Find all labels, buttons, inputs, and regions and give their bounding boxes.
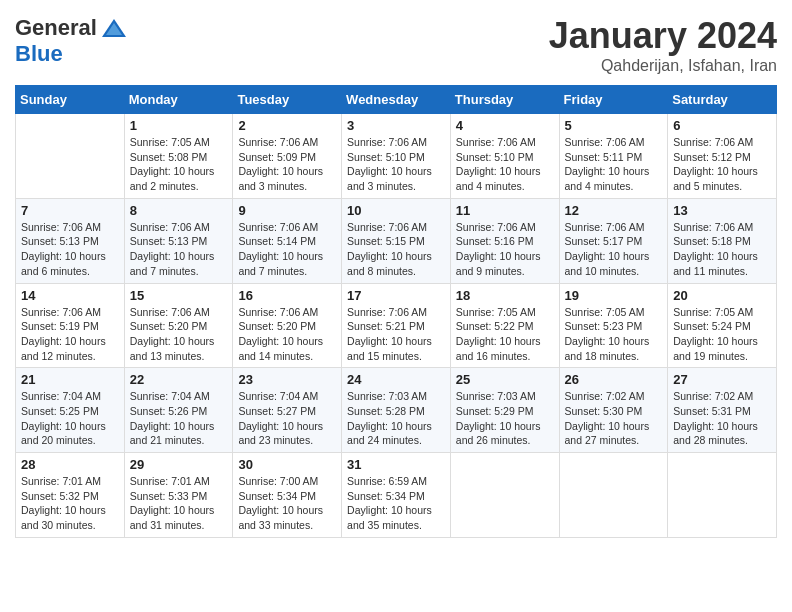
header-saturday: Saturday [668,86,777,114]
day-info: Sunrise: 7:06 AM Sunset: 5:20 PM Dayligh… [130,305,228,364]
calendar-cell: 8Sunrise: 7:06 AM Sunset: 5:13 PM Daylig… [124,198,233,283]
header-monday: Monday [124,86,233,114]
calendar-cell: 9Sunrise: 7:06 AM Sunset: 5:14 PM Daylig… [233,198,342,283]
day-number: 21 [21,372,119,387]
day-info: Sunrise: 7:02 AM Sunset: 5:31 PM Dayligh… [673,389,771,448]
calendar-cell: 28Sunrise: 7:01 AM Sunset: 5:32 PM Dayli… [16,453,125,538]
calendar-cell: 5Sunrise: 7:06 AM Sunset: 5:11 PM Daylig… [559,114,668,199]
title-block: January 2024 Qahderijan, Isfahan, Iran [549,15,777,75]
day-info: Sunrise: 7:04 AM Sunset: 5:26 PM Dayligh… [130,389,228,448]
calendar-cell [16,114,125,199]
calendar-week-row: 21Sunrise: 7:04 AM Sunset: 5:25 PM Dayli… [16,368,777,453]
day-info: Sunrise: 7:04 AM Sunset: 5:27 PM Dayligh… [238,389,336,448]
day-info: Sunrise: 7:03 AM Sunset: 5:29 PM Dayligh… [456,389,554,448]
calendar-cell: 6Sunrise: 7:06 AM Sunset: 5:12 PM Daylig… [668,114,777,199]
day-number: 8 [130,203,228,218]
calendar-cell: 26Sunrise: 7:02 AM Sunset: 5:30 PM Dayli… [559,368,668,453]
header-thursday: Thursday [450,86,559,114]
day-number: 12 [565,203,663,218]
day-number: 16 [238,288,336,303]
day-info: Sunrise: 6:59 AM Sunset: 5:34 PM Dayligh… [347,474,445,533]
calendar-cell: 18Sunrise: 7:05 AM Sunset: 5:22 PM Dayli… [450,283,559,368]
calendar-cell: 29Sunrise: 7:01 AM Sunset: 5:33 PM Dayli… [124,453,233,538]
day-number: 11 [456,203,554,218]
calendar-cell: 23Sunrise: 7:04 AM Sunset: 5:27 PM Dayli… [233,368,342,453]
day-number: 27 [673,372,771,387]
calendar-cell [559,453,668,538]
calendar-cell: 16Sunrise: 7:06 AM Sunset: 5:20 PM Dayli… [233,283,342,368]
day-number: 7 [21,203,119,218]
calendar-cell: 21Sunrise: 7:04 AM Sunset: 5:25 PM Dayli… [16,368,125,453]
calendar-cell: 25Sunrise: 7:03 AM Sunset: 5:29 PM Dayli… [450,368,559,453]
calendar-cell: 3Sunrise: 7:06 AM Sunset: 5:10 PM Daylig… [342,114,451,199]
logo-general-text: General [15,15,97,41]
day-info: Sunrise: 7:06 AM Sunset: 5:13 PM Dayligh… [130,220,228,279]
day-number: 17 [347,288,445,303]
day-number: 20 [673,288,771,303]
day-number: 22 [130,372,228,387]
day-number: 13 [673,203,771,218]
logo: General Blue [15,15,128,67]
day-info: Sunrise: 7:01 AM Sunset: 5:32 PM Dayligh… [21,474,119,533]
day-info: Sunrise: 7:06 AM Sunset: 5:20 PM Dayligh… [238,305,336,364]
day-info: Sunrise: 7:06 AM Sunset: 5:10 PM Dayligh… [456,135,554,194]
day-info: Sunrise: 7:05 AM Sunset: 5:24 PM Dayligh… [673,305,771,364]
calendar-header-row: SundayMondayTuesdayWednesdayThursdayFrid… [16,86,777,114]
day-info: Sunrise: 7:05 AM Sunset: 5:08 PM Dayligh… [130,135,228,194]
day-number: 4 [456,118,554,133]
day-number: 9 [238,203,336,218]
day-info: Sunrise: 7:04 AM Sunset: 5:25 PM Dayligh… [21,389,119,448]
calendar-cell [450,453,559,538]
day-info: Sunrise: 7:06 AM Sunset: 5:19 PM Dayligh… [21,305,119,364]
calendar-cell: 13Sunrise: 7:06 AM Sunset: 5:18 PM Dayli… [668,198,777,283]
calendar-cell: 2Sunrise: 7:06 AM Sunset: 5:09 PM Daylig… [233,114,342,199]
logo-blue-text: Blue [15,41,63,67]
day-info: Sunrise: 7:06 AM Sunset: 5:21 PM Dayligh… [347,305,445,364]
calendar-cell: 31Sunrise: 6:59 AM Sunset: 5:34 PM Dayli… [342,453,451,538]
calendar-cell: 10Sunrise: 7:06 AM Sunset: 5:15 PM Dayli… [342,198,451,283]
day-number: 26 [565,372,663,387]
calendar-cell: 27Sunrise: 7:02 AM Sunset: 5:31 PM Dayli… [668,368,777,453]
header-wednesday: Wednesday [342,86,451,114]
day-number: 29 [130,457,228,472]
day-info: Sunrise: 7:06 AM Sunset: 5:18 PM Dayligh… [673,220,771,279]
day-info: Sunrise: 7:06 AM Sunset: 5:13 PM Dayligh… [21,220,119,279]
calendar-week-row: 1Sunrise: 7:05 AM Sunset: 5:08 PM Daylig… [16,114,777,199]
day-info: Sunrise: 7:02 AM Sunset: 5:30 PM Dayligh… [565,389,663,448]
calendar-cell: 14Sunrise: 7:06 AM Sunset: 5:19 PM Dayli… [16,283,125,368]
day-info: Sunrise: 7:06 AM Sunset: 5:16 PM Dayligh… [456,220,554,279]
calendar-cell [668,453,777,538]
calendar-week-row: 7Sunrise: 7:06 AM Sunset: 5:13 PM Daylig… [16,198,777,283]
header-sunday: Sunday [16,86,125,114]
calendar-cell: 22Sunrise: 7:04 AM Sunset: 5:26 PM Dayli… [124,368,233,453]
day-info: Sunrise: 7:06 AM Sunset: 5:12 PM Dayligh… [673,135,771,194]
day-number: 15 [130,288,228,303]
calendar-table: SundayMondayTuesdayWednesdayThursdayFrid… [15,85,777,538]
day-info: Sunrise: 7:06 AM Sunset: 5:11 PM Dayligh… [565,135,663,194]
calendar-week-row: 28Sunrise: 7:01 AM Sunset: 5:32 PM Dayli… [16,453,777,538]
location: Qahderijan, Isfahan, Iran [549,57,777,75]
day-info: Sunrise: 7:01 AM Sunset: 5:33 PM Dayligh… [130,474,228,533]
day-number: 14 [21,288,119,303]
day-number: 2 [238,118,336,133]
calendar-cell: 1Sunrise: 7:05 AM Sunset: 5:08 PM Daylig… [124,114,233,199]
day-info: Sunrise: 7:05 AM Sunset: 5:22 PM Dayligh… [456,305,554,364]
day-number: 25 [456,372,554,387]
calendar-cell: 30Sunrise: 7:00 AM Sunset: 5:34 PM Dayli… [233,453,342,538]
day-info: Sunrise: 7:06 AM Sunset: 5:09 PM Dayligh… [238,135,336,194]
day-number: 23 [238,372,336,387]
calendar-week-row: 14Sunrise: 7:06 AM Sunset: 5:19 PM Dayli… [16,283,777,368]
calendar-cell: 12Sunrise: 7:06 AM Sunset: 5:17 PM Dayli… [559,198,668,283]
header-friday: Friday [559,86,668,114]
day-info: Sunrise: 7:00 AM Sunset: 5:34 PM Dayligh… [238,474,336,533]
day-info: Sunrise: 7:05 AM Sunset: 5:23 PM Dayligh… [565,305,663,364]
day-number: 28 [21,457,119,472]
day-number: 24 [347,372,445,387]
calendar-cell: 24Sunrise: 7:03 AM Sunset: 5:28 PM Dayli… [342,368,451,453]
day-number: 19 [565,288,663,303]
header-tuesday: Tuesday [233,86,342,114]
calendar-cell: 17Sunrise: 7:06 AM Sunset: 5:21 PM Dayli… [342,283,451,368]
calendar-cell: 4Sunrise: 7:06 AM Sunset: 5:10 PM Daylig… [450,114,559,199]
day-number: 10 [347,203,445,218]
calendar-cell: 15Sunrise: 7:06 AM Sunset: 5:20 PM Dayli… [124,283,233,368]
